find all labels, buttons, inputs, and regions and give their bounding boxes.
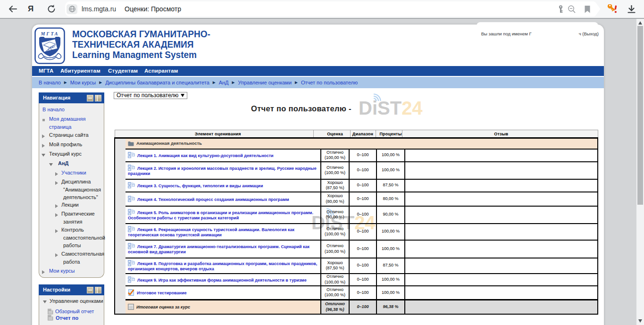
svg-text:МГТА: МГТА xyxy=(40,31,59,36)
